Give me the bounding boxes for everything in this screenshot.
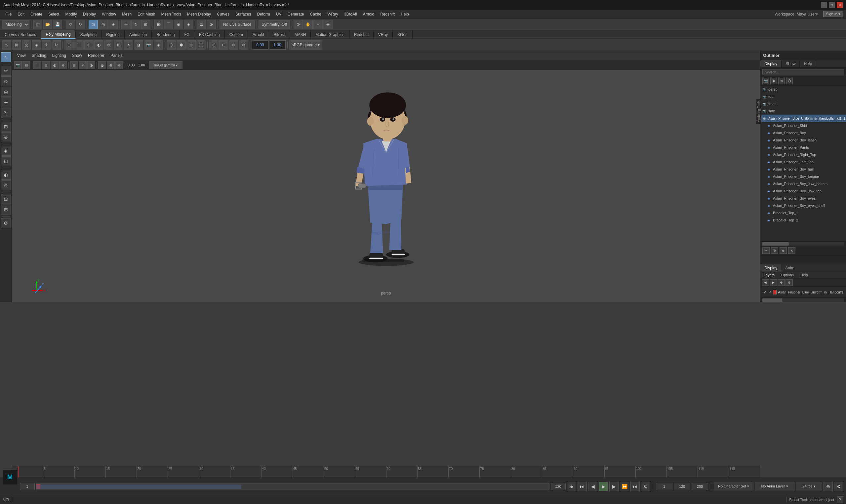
grab-btn[interactable]: ✋ xyxy=(304,20,313,29)
scale-btn[interactable]: ⊞ xyxy=(141,20,150,29)
outliner-item-eyes[interactable]: ◈ Asian_Prisoner_Boy_eyes xyxy=(765,195,846,202)
outliner-item-top[interactable]: 📷 top xyxy=(760,93,846,100)
shelf-grid[interactable]: ⊞ xyxy=(114,40,123,50)
outliner-horiz-scroll[interactable] xyxy=(760,241,846,246)
cb-icon-3[interactable]: ⊕ xyxy=(779,247,787,254)
outliner-item-hair[interactable]: ◈ Asian_Prisoner_Boy_hair xyxy=(765,166,846,173)
vp-shadow-btn[interactable]: ◑ xyxy=(87,61,95,69)
paint-btn[interactable]: ◈ xyxy=(108,20,118,29)
vp-menu-shading[interactable]: Shading xyxy=(29,52,49,59)
layer-name[interactable]: Asian_Prisoner_Blue_Uniform_in_Handcuffs xyxy=(778,290,843,294)
horiz-scroll-thumb[interactable] xyxy=(762,242,789,246)
lasso-btn[interactable]: ◎ xyxy=(98,20,108,29)
menu-mesh-tools[interactable]: Mesh Tools xyxy=(159,11,184,18)
shelf-shadow[interactable]: ◑ xyxy=(134,40,143,50)
next-key-btn[interactable]: ⏩ xyxy=(620,482,629,491)
first-frame-btn[interactable]: ⏮ xyxy=(567,482,576,491)
vp-menu-panels[interactable]: Panels xyxy=(108,52,125,59)
horiz-scroll-track[interactable] xyxy=(762,242,844,246)
ch-tool-2[interactable]: ▶ xyxy=(770,279,777,286)
play-btn[interactable]: ▶ xyxy=(599,482,608,491)
tab-custom[interactable]: Custom xyxy=(225,31,248,39)
vp-hud-btn[interactable]: ⊙ xyxy=(115,61,123,69)
menu-select[interactable]: Select xyxy=(46,11,62,18)
outliner-item-right-top[interactable]: ◈ Asian_Prisoner_Right_Top xyxy=(765,151,846,158)
redo-btn[interactable]: ↻ xyxy=(76,20,85,29)
cb-icon-4[interactable]: ✕ xyxy=(788,247,795,254)
tab-redshift[interactable]: Redshift xyxy=(349,31,374,39)
shelf-select[interactable]: ↖ xyxy=(2,40,11,50)
tab-bifrost[interactable]: Bifrost xyxy=(269,31,290,39)
menu-surfaces[interactable]: Surfaces xyxy=(233,11,254,18)
anim-layer-dropdown[interactable]: No Anim Layer ▾ xyxy=(755,483,794,490)
vp-tex-btn[interactable]: ⊞ xyxy=(42,61,50,69)
vp-solid-btn[interactable]: ⬛ xyxy=(33,61,41,69)
pivot-tool[interactable]: ⊕ xyxy=(1,132,11,142)
current-frame-display[interactable] xyxy=(656,483,672,490)
range-start-input[interactable] xyxy=(674,483,690,490)
menu-mesh[interactable]: Mesh xyxy=(119,11,134,18)
menu-uv[interactable]: UV xyxy=(273,11,284,18)
rotate-btn[interactable]: ↻ xyxy=(131,20,141,29)
vp-all-btn[interactable]: ⊕ xyxy=(59,61,67,69)
tab-sculpting[interactable]: Sculpting xyxy=(76,31,102,39)
tool-settings-btn[interactable]: ⚙ xyxy=(1,218,11,228)
key-all-btn[interactable]: ⊕ xyxy=(824,482,833,491)
help-btn[interactable]: ? xyxy=(837,497,843,503)
right-panel-bottom-scroll[interactable] xyxy=(760,298,846,302)
shelf-cam[interactable]: 📷 xyxy=(144,40,153,50)
close-button[interactable]: ✕ xyxy=(837,2,843,8)
start-frame-input[interactable] xyxy=(20,483,35,490)
shelf-poly2[interactable]: ⬢ xyxy=(177,40,186,50)
symmetry-btn[interactable]: Symmetry: Off xyxy=(258,20,290,29)
outliner-item-side[interactable]: 📷 side xyxy=(760,107,846,115)
render-btn[interactable]: ◐ xyxy=(1,170,11,180)
tab-fx[interactable]: FX xyxy=(180,31,194,39)
shelf-texture[interactable]: ⊞ xyxy=(84,40,93,50)
menu-vray[interactable]: V-Ray xyxy=(325,11,341,18)
shelf-snap4[interactable]: ⊛ xyxy=(239,40,248,50)
tab-animation[interactable]: Animation xyxy=(125,31,152,39)
outliner-item-main-group[interactable]: ⊕ Asian_Prisoner_Blue_Uniform_in_Handcuf… xyxy=(760,115,846,122)
vp-cam-btn[interactable]: 📷 xyxy=(14,61,22,69)
select-tool[interactable]: ↖ xyxy=(1,52,11,62)
outliner-item-left-top[interactable]: ◈ Asian_Prisoner_Left_Top xyxy=(765,158,846,166)
bottom-scroll-track[interactable] xyxy=(762,299,844,302)
menu-mesh-display[interactable]: Mesh Display xyxy=(184,11,214,18)
snap-surface-btn[interactable]: ◈ xyxy=(184,20,193,29)
snap-curve-btn[interactable]: ⌒ xyxy=(164,20,173,29)
outliner-icon-4[interactable]: ⬡ xyxy=(786,78,793,84)
outliner-content[interactable]: 📷 persp 📷 top 📷 front 📷 side ⊕ Asian_Pri… xyxy=(760,86,846,241)
outliner-item-persp[interactable]: 📷 persp xyxy=(760,86,846,93)
tab-rigging[interactable]: Rigging xyxy=(102,31,125,39)
next-frame-btn[interactable]: ▶ xyxy=(609,482,618,491)
layer-row-main[interactable]: V P Asian_Prisoner_Blue_Uniform_in_Handc… xyxy=(762,288,845,296)
outliner-item-boy[interactable]: ◈ Asian_Prisoner_Boy xyxy=(765,129,846,137)
layer-visibility[interactable]: V xyxy=(763,290,767,294)
shelf-snap1[interactable]: ⊞ xyxy=(209,40,218,50)
outliner-item-shirt[interactable]: ◈ Asian_Prisoner_Shirt xyxy=(765,122,846,129)
outliner-item-leash[interactable]: ◈ Asian_Prisoner_Boy_leash xyxy=(765,137,846,144)
vp-menu-lighting[interactable]: Lighting xyxy=(50,52,69,59)
select-tool-btn[interactable]: ⊡ xyxy=(89,20,98,29)
menu-edit-mesh[interactable]: Edit Mesh xyxy=(135,11,158,18)
timeline-ruler[interactable]: 5101520253035404550556065707580859095100… xyxy=(12,466,760,478)
vp-menu-view[interactable]: View xyxy=(15,52,29,59)
layer-color-swatch[interactable] xyxy=(773,290,777,294)
timeline-range-bar[interactable] xyxy=(36,484,550,489)
outliner-icon-1[interactable]: 📷 xyxy=(762,78,769,84)
shelf-snap3[interactable]: ⊕ xyxy=(229,40,238,50)
channel-tab-display[interactable]: Display xyxy=(760,264,781,272)
mode-dropdown[interactable]: Modeling xyxy=(2,20,30,29)
move-tool[interactable]: ✛ xyxy=(1,97,11,107)
menu-modify[interactable]: Modify xyxy=(62,11,79,18)
snap-point-btn[interactable]: ⊕ xyxy=(174,20,183,29)
outliner-item-front[interactable]: 📷 front xyxy=(760,100,846,107)
snap-grid-btn[interactable]: ⊞ xyxy=(154,20,163,29)
outliner-tab-display[interactable]: Display xyxy=(760,60,781,68)
sculpt-tool[interactable]: ⊙ xyxy=(1,76,11,86)
save-scene-btn[interactable]: 💾 xyxy=(53,20,62,29)
outliner-item-tongue[interactable]: ◈ Asian_Prisoner_Boy_tongue xyxy=(765,173,846,180)
cb-icon-1[interactable]: ✏ xyxy=(762,247,770,254)
anim-prefs-btn[interactable]: ⚙ xyxy=(834,482,843,491)
